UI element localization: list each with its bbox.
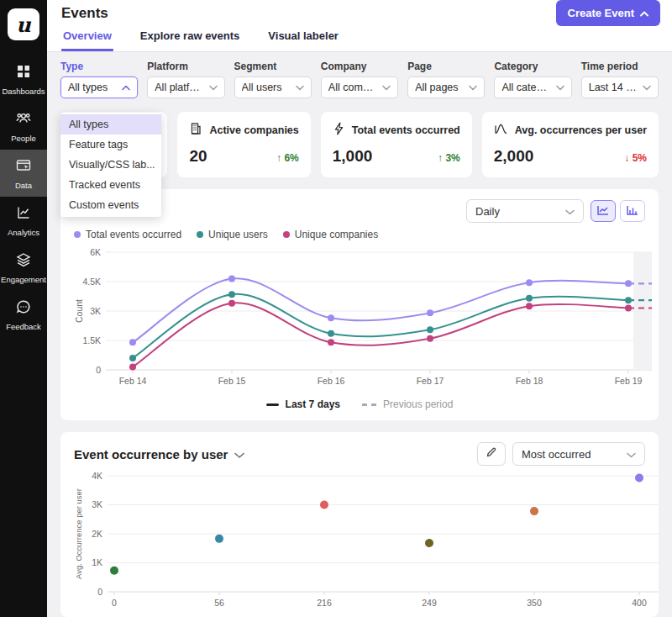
filter-category: CategoryAll categories: [494, 61, 571, 98]
svg-text:0: 0: [96, 365, 101, 375]
svg-text:Avg. Occurrence per user: Avg. Occurrence per user: [74, 488, 83, 579]
chevron-down-icon: [556, 82, 564, 93]
stat-card-value: 2,000: [494, 147, 534, 166]
type-menu-item-feature-tags[interactable]: Feature tags: [60, 134, 161, 155]
solid-line-swatch-icon: [266, 403, 279, 406]
svg-text:56: 56: [214, 598, 224, 608]
type-menu-item-all-types[interactable]: All types: [60, 114, 161, 134]
event-occurrence-scatter-chart[interactable]: 01K2K3K4KAvg. Occurrence per user0562162…: [74, 466, 659, 610]
tab-visual-labeler[interactable]: Visual labeler: [266, 26, 340, 51]
svg-text:3K: 3K: [90, 306, 101, 316]
create-event-label: Create Event: [568, 7, 634, 19]
type-menu-item-custom-events[interactable]: Custom events: [60, 195, 161, 215]
chevron-down-icon: [209, 82, 218, 93]
sidebar-item-analytics[interactable]: Analytics: [0, 197, 47, 244]
period-legend-label: Last 7 days: [286, 398, 340, 410]
engagement-icon: [15, 251, 32, 272]
granularity-value: Daily: [475, 205, 500, 218]
period-legend: Last 7 daysPrevious period: [74, 395, 645, 414]
svg-text:1K: 1K: [92, 557, 102, 567]
overview-line-chart[interactable]: 01.5K3K4.5K6KCountFeb 14Feb 15Feb 16Feb …: [74, 242, 652, 392]
sidebar-item-feedback[interactable]: Feedback: [0, 291, 47, 338]
sidebar-item-engagement[interactable]: Engagement: [0, 244, 47, 291]
filter-page: PageAll pages: [407, 61, 485, 98]
svg-text:4.5K: 4.5K: [82, 277, 101, 287]
tab-overview[interactable]: Overview: [61, 26, 113, 51]
edit-button[interactable]: [477, 442, 506, 466]
sidebar-item-label: Dashboards: [2, 87, 45, 96]
series-legend: Total events occurredUnique usersUnique …: [74, 229, 645, 240]
userpilot-logo[interactable]: u: [8, 8, 39, 40]
line-chart-icon: [597, 203, 609, 219]
svg-text:400: 400: [632, 598, 647, 608]
event-occurrence-header: Event occurrence by user Most occurre: [74, 442, 645, 466]
filter-label: Company: [321, 61, 398, 72]
event-occurrence-title: Event occurrence by user: [74, 447, 228, 461]
stat-card-metrics: 20↑ 6%: [189, 147, 298, 166]
create-event-button[interactable]: Create Event: [556, 0, 660, 26]
filter-label: Category: [494, 61, 571, 72]
period-legend-item[interactable]: Previous period: [362, 398, 453, 410]
sidebar-item-dashboards[interactable]: Dashboards: [0, 55, 47, 103]
filters-row: TypeAll typesPlatformAll platformsSegmen…: [60, 61, 659, 98]
svg-text:216: 216: [317, 598, 332, 608]
sidebar-item-data[interactable]: Data: [0, 150, 47, 197]
stat-card-delta: ↓ 5%: [624, 152, 647, 164]
sort-select[interactable]: Most occurred: [512, 442, 645, 466]
chevron-up-icon: [640, 7, 648, 19]
legend-label: Total events occurred: [86, 229, 181, 240]
stat-card-title: Avg. occurrences per user: [515, 124, 647, 136]
stat-card-active-companies: Active companies20↑ 6%: [177, 112, 310, 177]
legend-dot-icon: [283, 231, 290, 238]
filter-select[interactable]: All platforms: [147, 76, 224, 98]
period-legend-item[interactable]: Last 7 days: [266, 398, 340, 410]
stat-card-value: 20: [189, 147, 207, 166]
sidebar-item-people[interactable]: People: [0, 103, 47, 150]
type-menu-item-visually-css-lab-[interactable]: Visually/CSS lab...: [60, 155, 161, 175]
bar-chart-toggle-button[interactable]: [620, 200, 645, 222]
svg-text:0: 0: [112, 598, 117, 608]
svg-text:Feb 19: Feb 19: [615, 376, 643, 386]
filter-select[interactable]: Last 14 days: [581, 76, 659, 98]
stat-card-metrics: 2,000↓ 5%: [494, 147, 647, 166]
stat-card-header: Total events occurred: [333, 123, 460, 138]
filter-select[interactable]: All categories: [494, 76, 571, 98]
dashed-line-swatch-icon: [362, 403, 376, 406]
filter-select[interactable]: All pages: [407, 76, 485, 98]
chevron-down-icon: [296, 82, 304, 93]
bar-chart-icon: [627, 203, 638, 219]
svg-text:Feb 18: Feb 18: [516, 376, 543, 386]
dashboards-icon: [15, 63, 32, 83]
sidebar-item-label: Feedback: [6, 322, 41, 331]
sidebar-item-label: Analytics: [8, 228, 39, 237]
svg-text:249: 249: [422, 598, 437, 608]
svg-text:1.5K: 1.5K: [82, 335, 101, 345]
filter-segment: SegmentAll users: [234, 61, 312, 98]
granularity-select[interactable]: Daily: [466, 199, 584, 223]
legend-item[interactable]: Total events occurred: [74, 229, 181, 240]
filter-select[interactable]: All compani...: [321, 76, 398, 98]
page-header: Events Create Event: [47, 0, 672, 26]
type-menu-item-tracked-events[interactable]: Tracked events: [60, 175, 161, 195]
chevron-down-icon[interactable]: [234, 447, 244, 461]
svg-text:Feb 17: Feb 17: [417, 376, 444, 386]
stat-card-delta: ↑ 6%: [276, 152, 299, 164]
filter-select[interactable]: All types: [60, 76, 138, 98]
svg-text:4K: 4K: [92, 471, 102, 481]
filter-label: Type: [60, 61, 138, 72]
chevron-down-icon: [643, 82, 651, 93]
tab-explore-raw-events[interactable]: Explore raw events: [139, 26, 242, 51]
stat-card-metrics: 1,000↑ 3%: [333, 147, 460, 166]
legend-item[interactable]: Unique users: [197, 229, 268, 240]
legend-item[interactable]: Unique companies: [283, 229, 378, 240]
filter-select-value: All types: [68, 82, 108, 93]
sidebar-item-label: Data: [15, 181, 32, 190]
svg-text:3K: 3K: [92, 499, 102, 509]
line-chart-toggle-button[interactable]: [591, 200, 616, 222]
filter-select[interactable]: All users: [234, 76, 312, 98]
chevron-down-icon: [627, 448, 636, 461]
data-icon: [15, 157, 32, 177]
page-title: Events: [61, 5, 108, 22]
app-window: u Dashboards People Data Analytics: [0, 0, 672, 617]
stat-card-avg-occurrences-per-user: Avg. occurrences per user2,000↓ 5%: [482, 112, 659, 177]
